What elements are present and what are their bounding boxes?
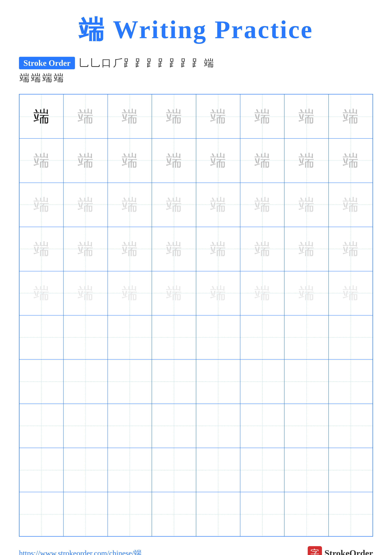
grid-cell[interactable] — [284, 492, 328, 536]
grid-cell[interactable]: 端 — [240, 94, 284, 139]
cell-char: 端 — [78, 109, 93, 124]
grid-cell[interactable] — [19, 448, 64, 492]
grid-cell[interactable] — [108, 359, 152, 404]
grid-cell[interactable] — [328, 315, 373, 359]
grid-cell[interactable]: 端 — [19, 271, 64, 315]
grid-cell[interactable]: 端 — [152, 183, 196, 227]
grid-cell[interactable]: 端 — [196, 271, 240, 315]
grid-cell[interactable]: 端 — [64, 139, 107, 183]
grid-cell[interactable] — [284, 404, 328, 448]
footer-url[interactable]: https://www.strokeorder.com/chinese/端 — [19, 548, 142, 555]
grid-cell[interactable] — [152, 359, 196, 404]
grid-cell[interactable] — [64, 315, 107, 359]
stroke-step-5: ⻊ — [124, 56, 134, 70]
grid-cell[interactable]: 端 — [108, 183, 152, 227]
grid-cell[interactable] — [152, 404, 196, 448]
grid-cell[interactable]: 端 — [284, 183, 328, 227]
grid-cell[interactable] — [196, 315, 240, 359]
grid-cell[interactable] — [64, 448, 107, 492]
grid-cell[interactable]: 端 — [240, 183, 284, 227]
grid-cell[interactable] — [284, 448, 328, 492]
grid-cell[interactable] — [196, 492, 240, 536]
grid-cell[interactable] — [19, 492, 64, 536]
grid-cell[interactable]: 端 — [284, 94, 328, 139]
grid-cell[interactable] — [284, 359, 328, 404]
grid-cell[interactable]: 端 — [64, 183, 107, 227]
footer-brand: 字 StrokeOrder — [308, 546, 373, 555]
stroke-step-16: 端 — [54, 71, 64, 85]
cell-char: 端 — [210, 197, 226, 213]
grid-cell[interactable] — [240, 404, 284, 448]
grid-cell[interactable] — [108, 492, 152, 536]
stroke-order-chars-row1: ⺃ ⺃ 口 ⺁ ⻊ ⻊ ⻊ ⻊ ⻊ ⻊ ⻊ 端 — [79, 56, 214, 70]
cell-char: 端 — [122, 241, 138, 257]
grid-cell[interactable]: 端 — [328, 271, 373, 315]
cell-char: 端 — [122, 109, 138, 124]
cell-char: 端 — [34, 153, 49, 168]
grid-cell[interactable] — [328, 404, 373, 448]
grid-cell[interactable]: 端 — [152, 271, 196, 315]
grid-cell[interactable] — [19, 315, 64, 359]
footer: https://www.strokeorder.com/chinese/端 字 … — [19, 537, 373, 555]
cell-char: 端 — [122, 153, 138, 168]
grid-cell[interactable] — [64, 404, 107, 448]
cell-char: 端 — [34, 241, 49, 257]
grid-cell[interactable] — [64, 492, 107, 536]
grid-cell[interactable]: 端 — [64, 227, 107, 271]
grid-cell[interactable] — [19, 359, 64, 404]
grid-cell[interactable]: 端 — [240, 271, 284, 315]
grid-cell[interactable]: 端 — [108, 271, 152, 315]
grid-cell[interactable]: 端 — [196, 94, 240, 139]
grid-cell[interactable]: 端 — [152, 94, 196, 139]
grid-cell[interactable]: 端 — [19, 94, 64, 139]
grid-cell[interactable] — [240, 448, 284, 492]
grid-cell[interactable] — [240, 359, 284, 404]
grid-cell[interactable]: 端 — [152, 139, 196, 183]
grid-cell[interactable] — [64, 359, 107, 404]
grid-cell[interactable] — [328, 448, 373, 492]
grid-cell[interactable]: 端 — [108, 94, 152, 139]
grid-cell[interactable]: 端 — [284, 139, 328, 183]
grid-cell[interactable] — [328, 359, 373, 404]
grid-cell[interactable]: 端 — [19, 139, 64, 183]
grid-cell[interactable] — [328, 492, 373, 536]
cell-char: 端 — [299, 109, 314, 124]
cell-char: 端 — [299, 197, 314, 213]
grid-cell[interactable]: 端 — [196, 227, 240, 271]
grid-cell[interactable]: 端 — [19, 227, 64, 271]
grid-cell[interactable]: 端 — [284, 271, 328, 315]
grid-cell[interactable]: 端 — [240, 139, 284, 183]
grid-cell[interactable]: 端 — [328, 94, 373, 139]
grid-cell[interactable] — [108, 448, 152, 492]
grid-cell[interactable]: 端 — [328, 227, 373, 271]
page: 端 Writing Practice Stroke Order ⺃ ⺃ 口 ⺁ … — [0, 0, 392, 555]
grid-cell[interactable]: 端 — [64, 94, 107, 139]
grid-cell[interactable] — [196, 448, 240, 492]
grid-cell[interactable] — [240, 315, 284, 359]
stroke-order-row1: Stroke Order ⺃ ⺃ 口 ⺁ ⻊ ⻊ ⻊ ⻊ ⻊ ⻊ ⻊ 端 — [19, 56, 214, 70]
grid-cell[interactable]: 端 — [196, 183, 240, 227]
grid-cell[interactable]: 端 — [108, 227, 152, 271]
grid-cell[interactable] — [284, 315, 328, 359]
cell-char: 端 — [166, 285, 182, 301]
grid-cell[interactable] — [152, 492, 196, 536]
grid-cell[interactable]: 端 — [240, 227, 284, 271]
grid-cell[interactable] — [108, 315, 152, 359]
grid-cell[interactable] — [196, 359, 240, 404]
grid-cell[interactable]: 端 — [64, 271, 107, 315]
grid-cell[interactable] — [196, 404, 240, 448]
grid-cell[interactable]: 端 — [108, 139, 152, 183]
grid-cell[interactable]: 端 — [328, 183, 373, 227]
grid-cell[interactable] — [108, 404, 152, 448]
grid-cell[interactable]: 端 — [328, 139, 373, 183]
grid-cell[interactable]: 端 — [19, 183, 64, 227]
grid-cell[interactable] — [152, 448, 196, 492]
grid-cell[interactable] — [19, 404, 64, 448]
grid-cell[interactable] — [240, 492, 284, 536]
grid-cell[interactable]: 端 — [284, 227, 328, 271]
grid-cell[interactable]: 端 — [152, 227, 196, 271]
stroke-step-15: 端 — [42, 71, 52, 85]
grid-cell[interactable]: 端 — [196, 139, 240, 183]
stroke-order-row2: 端 端 端 端 — [19, 71, 64, 85]
grid-cell[interactable] — [152, 315, 196, 359]
